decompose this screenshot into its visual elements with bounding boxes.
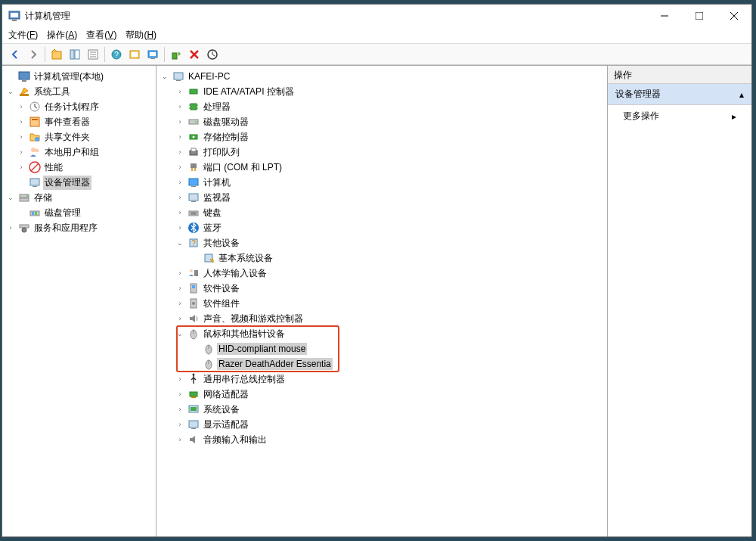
device-audio[interactable]: ›音频输入和输出 bbox=[158, 432, 606, 447]
chevron-right-icon[interactable]: › bbox=[175, 147, 185, 157]
up-button[interactable] bbox=[48, 46, 65, 63]
chevron-down-icon[interactable]: ⌄ bbox=[160, 71, 170, 82]
enable-button[interactable] bbox=[168, 46, 184, 63]
show-hide-button[interactable] bbox=[67, 46, 83, 63]
tree-device-manager[interactable]: 设备管理器 bbox=[4, 175, 154, 190]
mouse-icon bbox=[187, 328, 200, 340]
tree-root[interactable]: 计算机管理(本地) bbox=[4, 69, 154, 84]
forward-button[interactable] bbox=[25, 46, 42, 63]
chevron-right-icon[interactable]: › bbox=[175, 162, 185, 173]
device-software[interactable]: ›软件设备 bbox=[158, 281, 606, 296]
svg-rect-47 bbox=[191, 104, 197, 110]
menu-view[interactable]: 查看(V) bbox=[86, 29, 116, 42]
chevron-down-icon[interactable]: ⌄ bbox=[5, 192, 16, 203]
tree-task-scheduler[interactable]: ›任务计划程序 bbox=[4, 99, 154, 114]
svg-rect-61 bbox=[189, 194, 198, 201]
device-network[interactable]: ›网络适配器 bbox=[158, 387, 606, 402]
device-keyboards[interactable]: ›键盘 bbox=[158, 205, 606, 220]
device-hid[interactable]: ›人体学输入设备 bbox=[158, 266, 606, 281]
update-driver-button[interactable] bbox=[204, 46, 221, 63]
device-base-system[interactable]: 基本系统设备 bbox=[158, 250, 606, 266]
svg-rect-7 bbox=[52, 51, 61, 59]
collapse-icon[interactable]: ▴ bbox=[739, 89, 744, 100]
tree-system-tools[interactable]: ⌄系统工具 bbox=[4, 84, 154, 99]
chevron-right-icon[interactable]: › bbox=[16, 101, 26, 112]
svg-point-29 bbox=[35, 137, 39, 141]
tree-local-users[interactable]: ›本地用户和组 bbox=[4, 145, 154, 160]
svg-rect-19 bbox=[150, 52, 156, 56]
chevron-down-icon[interactable]: ⌄ bbox=[5, 86, 16, 97]
chevron-right-icon[interactable]: › bbox=[175, 117, 185, 127]
device-mouse-razer[interactable]: Razer DeathAdder Essentia bbox=[158, 356, 606, 372]
toolbar-icon-1[interactable] bbox=[126, 46, 143, 63]
menu-file[interactable]: 文件(F) bbox=[8, 29, 38, 42]
menu-help[interactable]: 帮助(H) bbox=[125, 29, 156, 42]
chevron-right-icon[interactable]: › bbox=[175, 268, 185, 278]
device-storage-ctrl[interactable]: ›存储控制器 bbox=[158, 129, 606, 145]
tree-performance[interactable]: ›性能 bbox=[4, 160, 154, 175]
svg-rect-45 bbox=[176, 80, 181, 81]
device-mouse-hid[interactable]: HID-compliant mouse bbox=[158, 341, 606, 356]
chevron-right-icon[interactable]: › bbox=[16, 147, 26, 157]
svg-rect-60 bbox=[191, 186, 196, 187]
chevron-right-icon[interactable]: › bbox=[16, 162, 26, 173]
device-other[interactable]: ⌄?其他设备 bbox=[158, 235, 606, 250]
minimize-button[interactable] bbox=[647, 5, 682, 27]
tree-event-viewer[interactable]: ›事件查看器 bbox=[4, 114, 154, 129]
device-software-comp[interactable]: ›软件组件 bbox=[158, 296, 606, 311]
device-usb[interactable]: ›通用串行总线控制器 bbox=[158, 372, 606, 387]
chevron-down-icon[interactable]: ⌄ bbox=[175, 328, 185, 339]
device-ports[interactable]: ›端口 (COM 和 LPT) bbox=[158, 160, 606, 175]
menu-action[interactable]: 操作(A) bbox=[47, 29, 77, 42]
device-ide[interactable]: ›IDE ATA/ATAPI 控制器 bbox=[158, 84, 606, 99]
device-system[interactable]: ›系统设备 bbox=[158, 402, 606, 417]
properties-button[interactable] bbox=[85, 46, 101, 63]
device-sound[interactable]: ›声音、视频和游戏控制器 bbox=[158, 311, 606, 326]
chevron-right-icon[interactable]: › bbox=[175, 86, 185, 97]
chevron-right-icon[interactable]: › bbox=[175, 404, 185, 415]
chevron-right-icon[interactable]: › bbox=[175, 207, 185, 218]
chevron-right-icon[interactable]: › bbox=[175, 419, 185, 430]
svg-rect-2 bbox=[12, 20, 17, 21]
chevron-right-icon[interactable]: › bbox=[175, 434, 185, 445]
tree-storage[interactable]: ⌄存储 bbox=[4, 190, 154, 205]
svg-rect-21 bbox=[172, 53, 177, 59]
device-disk-drives[interactable]: ›磁盘驱动器 bbox=[158, 114, 606, 129]
scan-hardware-button[interactable] bbox=[144, 46, 161, 63]
svg-rect-59 bbox=[189, 179, 198, 185]
chevron-right-icon[interactable]: › bbox=[175, 192, 185, 203]
chevron-right-icon[interactable]: › bbox=[175, 283, 185, 294]
chevron-right-icon[interactable]: › bbox=[175, 298, 185, 309]
tree-services[interactable]: ›服务和应用程序 bbox=[4, 220, 154, 235]
chevron-right-icon[interactable]: › bbox=[175, 132, 185, 142]
chevron-down-icon[interactable]: ⌄ bbox=[175, 238, 185, 248]
device-computer[interactable]: ›计算机 bbox=[158, 175, 606, 190]
device-monitors[interactable]: ›监视器 bbox=[158, 190, 606, 205]
svg-rect-17 bbox=[132, 52, 138, 57]
chevron-right-icon[interactable]: › bbox=[5, 222, 16, 233]
chevron-right-icon[interactable]: › bbox=[175, 222, 185, 233]
chevron-right-icon[interactable]: › bbox=[175, 389, 185, 400]
device-display[interactable]: ›显示适配器 bbox=[158, 417, 606, 432]
tree-shared-folders[interactable]: ›共享文件夹 bbox=[4, 129, 154, 145]
device-bluetooth[interactable]: ›蓝牙 bbox=[158, 220, 606, 235]
chevron-right-icon[interactable]: › bbox=[175, 101, 185, 112]
device-print-queues[interactable]: ›打印队列 bbox=[158, 145, 606, 160]
close-button[interactable] bbox=[717, 5, 751, 27]
disable-button[interactable] bbox=[186, 46, 203, 63]
device-root[interactable]: ⌄KAFEI-PC bbox=[158, 69, 606, 84]
chevron-right-icon[interactable]: › bbox=[16, 132, 26, 142]
more-actions-item[interactable]: 更多操作 ▸ bbox=[608, 105, 751, 127]
tree-disk-mgmt[interactable]: 磁盘管理 bbox=[4, 205, 154, 220]
back-button[interactable] bbox=[7, 46, 23, 63]
maximize-button[interactable] bbox=[682, 5, 717, 27]
chevron-right-icon[interactable]: › bbox=[175, 374, 185, 384]
chevron-right-icon[interactable]: › bbox=[175, 177, 185, 188]
chevron-right-icon[interactable]: › bbox=[175, 313, 185, 324]
help-button[interactable]: ? bbox=[108, 46, 125, 63]
svg-rect-57 bbox=[191, 148, 196, 151]
chevron-right-icon[interactable]: › bbox=[16, 117, 26, 127]
actions-section[interactable]: 设备管理器 ▴ bbox=[608, 84, 751, 105]
device-mice[interactable]: ⌄鼠标和其他指针设备 bbox=[158, 326, 606, 341]
device-cpu[interactable]: ›处理器 bbox=[158, 99, 606, 114]
